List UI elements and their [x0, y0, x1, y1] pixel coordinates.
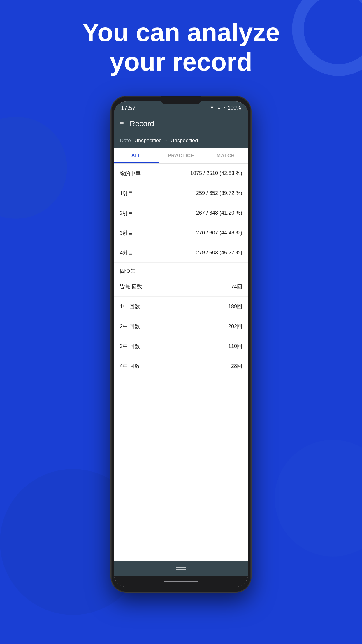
- filter-date-label: Date: [120, 138, 131, 144]
- nav-line: [176, 569, 186, 570]
- bottom-nav: [114, 561, 248, 576]
- app-bar-title: Record: [130, 119, 154, 128]
- row-value-4chu: 28回: [231, 363, 242, 370]
- home-indicator-area: [114, 576, 248, 587]
- filter-bar: Date Unspecified - Unspecified: [114, 133, 248, 148]
- row-value-2shatome: 267 / 648 (41.20 %): [196, 210, 242, 216]
- table-row: 2射目 267 / 648 (41.20 %): [114, 203, 248, 223]
- phone-notch: [161, 96, 201, 104]
- tab-practice[interactable]: PRACTICE: [159, 148, 203, 163]
- tab-match[interactable]: MATCH: [203, 148, 248, 163]
- table-row: 1射目 259 / 652 (39.72 %): [114, 183, 248, 203]
- table-row: 4中 回数 28回: [114, 356, 248, 376]
- hamburger-icon[interactable]: ≡: [120, 120, 124, 128]
- row-label-4chu: 4中 回数: [120, 363, 140, 370]
- filter-date-from[interactable]: Unspecified: [134, 138, 162, 144]
- table-row: 3中 回数 110回: [114, 336, 248, 356]
- table-row: 3射目 270 / 607 (44.48 %): [114, 223, 248, 243]
- signal-icon: ▲: [217, 105, 221, 111]
- row-label-3shatome: 3射目: [120, 230, 133, 237]
- vol-down-button: [110, 166, 111, 184]
- row-value-3chu: 110回: [228, 343, 242, 350]
- row-label-kainashi: 皆無 回数: [120, 283, 142, 290]
- row-label-2chu: 2中 回数: [120, 323, 140, 330]
- home-pill: [164, 581, 198, 582]
- phone-frame: 17:57 ▼ ▲ ▪ 100% ≡ Record Date Unspecifi…: [111, 96, 251, 592]
- wifi-icon: ▼: [210, 105, 215, 111]
- bg-circle-left: [0, 117, 67, 219]
- row-label-4shatome: 4射目: [120, 249, 133, 256]
- table-row: 1中 回数 189回: [114, 297, 248, 316]
- status-icons: ▼ ▲ ▪ 100%: [210, 105, 241, 111]
- row-value-souteki: 1075 / 2510 (42.83 %): [190, 170, 242, 176]
- table-row: 皆無 回数 74回: [114, 277, 248, 297]
- row-value-kainashi: 74回: [231, 283, 242, 290]
- content-area: 総的中率 1075 / 2510 (42.83 %) 1射目 259 / 652…: [114, 164, 248, 561]
- headline-line2: your record: [23, 47, 339, 76]
- bg-circle-bottom-right: [275, 440, 362, 556]
- power-button: [251, 155, 252, 178]
- headline-line1: You can analyze: [23, 18, 339, 47]
- filter-date-to[interactable]: Unspecified: [171, 138, 198, 144]
- row-value-4shatome: 279 / 603 (46.27 %): [196, 250, 242, 256]
- row-label-1chu: 1中 回数: [120, 303, 140, 310]
- row-label-2shatome: 2射目: [120, 210, 133, 217]
- table-row: 2中 回数 202回: [114, 316, 248, 336]
- status-time: 17:57: [121, 105, 136, 111]
- battery-percent: 100%: [228, 105, 241, 111]
- row-label-1shatome: 1射目: [120, 190, 133, 197]
- table-row: 総的中率 1075 / 2510 (42.83 %): [114, 164, 248, 183]
- row-value-3shatome: 270 / 607 (44.48 %): [196, 230, 242, 236]
- filter-separator: -: [165, 138, 167, 144]
- vol-up-button: [110, 143, 111, 160]
- row-value-2chu: 202回: [228, 323, 242, 330]
- row-label-souteki: 総的中率: [120, 170, 141, 177]
- nav-line: [176, 567, 186, 568]
- app-bar: ≡ Record: [114, 114, 248, 133]
- phone-mockup: 17:57 ▼ ▲ ▪ 100% ≡ Record Date Unspecifi…: [111, 96, 251, 592]
- table-row: 4射目 279 / 603 (46.27 %): [114, 243, 248, 263]
- tabs-container: ALL PRACTICE MATCH: [114, 148, 248, 164]
- row-value-1chu: 189回: [228, 303, 242, 310]
- battery-icon: ▪: [224, 105, 225, 111]
- tab-all[interactable]: ALL: [114, 148, 159, 163]
- row-value-1shatome: 259 / 652 (39.72 %): [196, 190, 242, 196]
- row-label-3chu: 3中 回数: [120, 343, 140, 350]
- phone-screen: 17:57 ▼ ▲ ▪ 100% ≡ Record Date Unspecifi…: [114, 102, 248, 587]
- nav-indicator: [176, 567, 186, 570]
- headline: You can analyze your record: [0, 18, 362, 76]
- section-header-yotsuyа: 四つ矢: [114, 263, 248, 277]
